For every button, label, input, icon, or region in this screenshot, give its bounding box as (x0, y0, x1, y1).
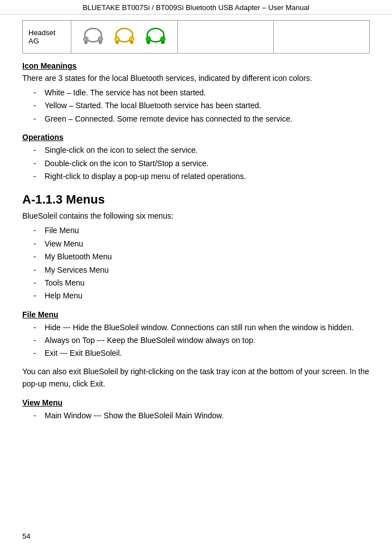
view-menu-list: Main Window --- Show the BlueSoleil Main… (22, 409, 370, 422)
list-item: My Services Menu (22, 264, 370, 276)
svg-point-8 (115, 37, 119, 41)
table-icon-cell (71, 21, 177, 54)
header-title: BLUETAKE BT007Si / BT009Si Bluetooth USB… (83, 3, 309, 12)
table-label-cell: Headset AG (23, 21, 71, 54)
svg-point-4 (98, 37, 103, 41)
page-header: BLUETAKE BT007Si / BT009Si Bluetooth USB… (0, 0, 392, 15)
headset-icons-container (77, 24, 172, 50)
icon-meanings-section: Icon Meanings There are 3 states for the… (22, 61, 370, 125)
headset-icon-yellow (112, 26, 137, 47)
file-menu-list: Hide --- Hide the BlueSoleil window. Con… (22, 321, 370, 360)
file-menu-section: File Menu Hide --- Hide the BlueSoleil w… (22, 310, 370, 390)
list-item: Help Menu (22, 289, 370, 302)
operations-list: Single-click on the icon to select the s… (22, 144, 370, 182)
list-item: White – Idle. The service has not been s… (22, 86, 370, 99)
list-item: Tools Menu (22, 277, 370, 289)
svg-point-3 (84, 37, 88, 41)
file-menu-heading: File Menu (22, 310, 370, 319)
label-line1: Headset (28, 28, 55, 37)
label-line2: AG (28, 37, 39, 45)
svg-point-9 (129, 37, 134, 41)
list-item: Hide --- Hide the BlueSoleil window. Con… (22, 321, 370, 334)
list-item: Green – Connected. Some remote device ha… (22, 113, 370, 125)
page-number: 54 (22, 532, 30, 540)
list-item: Right-click to display a pop-up menu of … (22, 170, 370, 182)
list-item: View Menu (22, 238, 370, 250)
table-empty-cell1 (177, 21, 273, 54)
list-item: File Menu (22, 224, 370, 236)
menus-intro: BlueSoleil contains the following six me… (22, 210, 370, 222)
svg-point-14 (161, 37, 165, 41)
table-empty-cell2 (273, 21, 369, 54)
list-item: Yellow – Started. The local Bluetooth se… (22, 99, 370, 112)
icon-meanings-intro: There are 3 states for the local Bluetoo… (22, 73, 370, 84)
svg-point-13 (146, 37, 151, 41)
headset-icon-white (80, 26, 106, 47)
operations-heading: Operations (22, 133, 370, 142)
list-item: Single-click on the icon to select the s… (22, 144, 370, 156)
menus-section: A-1.1.3 Menus BlueSoleil contains the fo… (22, 192, 370, 302)
headset-icon-green (143, 26, 168, 47)
list-item: Exit --- Exit BlueSoleil. (22, 347, 370, 359)
view-menu-section: View Menu Main Window --- Show the BlueS… (22, 398, 370, 422)
menus-list: File Menu View Menu My Bluetooth Menu My… (22, 224, 370, 302)
view-menu-heading: View Menu (22, 398, 370, 407)
icon-meanings-heading: Icon Meanings (22, 61, 370, 70)
menus-heading: A-1.1.3 Menus (22, 192, 370, 207)
list-item: My Bluetooth Menu (22, 250, 370, 263)
file-menu-paragraph: You can also exit BlueSoleil by right-cl… (22, 365, 370, 390)
operations-section: Operations Single-click on the icon to s… (22, 133, 370, 182)
list-item: Main Window --- Show the BlueSoleil Main… (22, 409, 370, 422)
list-item: Always on Top --- Keep the BlueSoleil wi… (22, 334, 370, 346)
icon-meanings-list: White – Idle. The service has not been s… (22, 86, 370, 125)
icon-table: Headset AG (22, 20, 370, 54)
list-item: Double-click on the icon to Start/Stop a… (22, 157, 370, 170)
